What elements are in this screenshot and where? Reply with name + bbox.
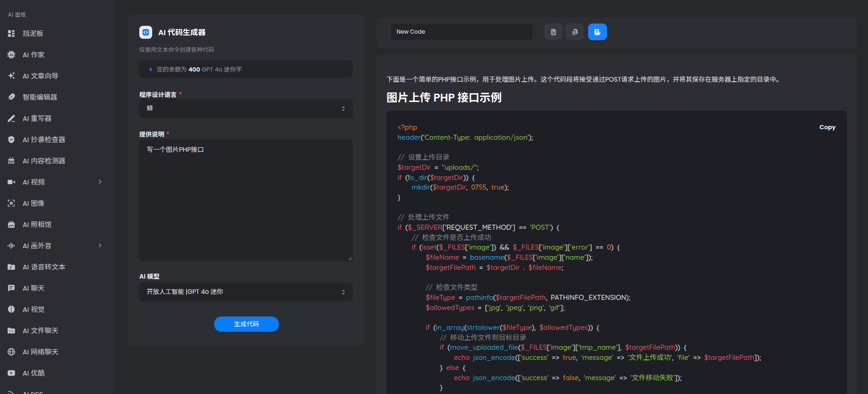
- svg-text:AI: AI: [9, 52, 13, 57]
